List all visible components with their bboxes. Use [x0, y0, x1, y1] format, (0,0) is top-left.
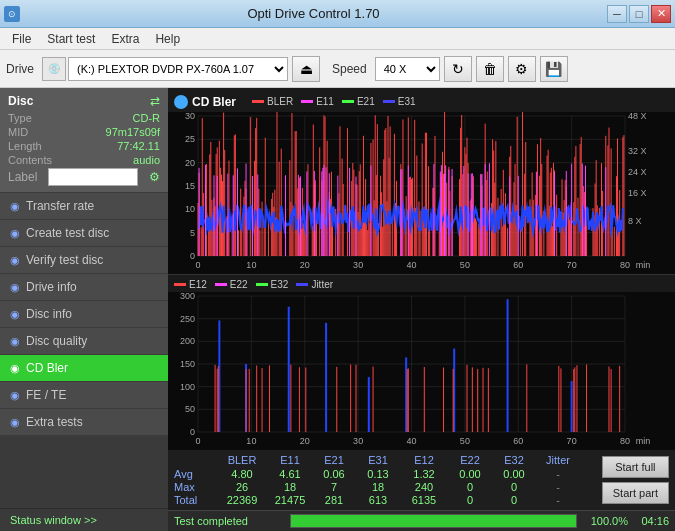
col-header-e31: E31 — [356, 454, 400, 466]
gear-icon[interactable]: ⚙ — [149, 170, 160, 184]
data-row-total: Total 22369 21475 281 613 6135 0 0 - — [174, 494, 596, 506]
row-max-e22: 0 — [448, 481, 492, 493]
legend-e11: E11 — [301, 96, 334, 107]
row-max-jitter: - — [536, 481, 580, 493]
menu-file[interactable]: File — [4, 30, 39, 48]
row-avg-e31: 0.13 — [356, 468, 400, 480]
legend-jitter: Jitter — [296, 279, 333, 290]
close-button[interactable]: ✕ — [651, 5, 671, 23]
data-section: BLER E11 E21 E31 E12 E22 E32 Jitter Avg … — [168, 450, 675, 510]
sidebar-item-drive-info[interactable]: ◉ Drive info — [0, 274, 168, 301]
main-layout: Disc ⇄ Type CD-R MID 97m17s09f Length 77… — [0, 88, 675, 531]
sidebar-item-disc-quality[interactable]: ◉ Disc quality — [0, 328, 168, 355]
status-window-button[interactable]: Status window >> — [0, 508, 168, 531]
row-total-e11: 21475 — [268, 494, 312, 506]
col-header-e11: E11 — [268, 454, 312, 466]
erase-button[interactable]: 🗑 — [476, 56, 504, 82]
disc-arrow-button[interactable]: ⇄ — [150, 94, 160, 108]
legend-e31: E31 — [383, 96, 416, 107]
disc-type-value: CD-R — [133, 112, 161, 124]
sidebar-item-label: Create test disc — [26, 226, 109, 240]
titlebar-buttons: ─ □ ✕ — [607, 5, 671, 23]
disc-type-row: Type CD-R — [8, 112, 160, 124]
content-area: CD Bler BLER E11 E21 — [168, 88, 675, 531]
disc-length-row: Length 77:42.11 — [8, 140, 160, 152]
row-total-jitter: - — [536, 494, 580, 506]
progress-bar — [291, 515, 576, 527]
row-total-e31: 613 — [356, 494, 400, 506]
status-text: Test completed — [174, 515, 284, 527]
legend-e21: E21 — [342, 96, 375, 107]
data-table-wrapper: BLER E11 E21 E31 E12 E22 E32 Jitter Avg … — [174, 454, 669, 506]
disc-type-label: Type — [8, 112, 32, 124]
start-part-button[interactable]: Start part — [602, 482, 669, 504]
row-total-e12: 6135 — [400, 494, 448, 506]
row-total-e22: 0 — [448, 494, 492, 506]
sidebar-item-label: Verify test disc — [26, 253, 103, 267]
disc-contents-label: Contents — [8, 154, 52, 166]
sidebar-item-cd-bler[interactable]: ◉ CD Bler — [0, 355, 168, 382]
menu-extra[interactable]: Extra — [103, 30, 147, 48]
disc-label-row: Label ⚙ — [8, 168, 160, 186]
col-header-bler: BLER — [216, 454, 268, 466]
disc-label-label: Label — [8, 170, 37, 184]
disc-header: Disc ⇄ — [8, 94, 160, 108]
restore-button[interactable]: □ — [629, 5, 649, 23]
progress-bar-container — [290, 514, 577, 528]
row-avg-jitter: - — [536, 468, 580, 480]
row-total-label: Total — [174, 494, 216, 506]
chart2-legend-bar: E12 E22 E32 Jitter — [168, 279, 675, 292]
sidebar-item-label: Disc info — [26, 307, 72, 321]
row-total-e21: 281 — [312, 494, 356, 506]
create-test-disc-icon: ◉ — [10, 227, 20, 240]
transfer-rate-icon: ◉ — [10, 200, 20, 213]
chart1-legend: BLER E11 E21 E31 — [246, 96, 422, 109]
start-full-button[interactable]: Start full — [602, 456, 669, 478]
disc-label-input[interactable] — [48, 168, 138, 186]
col-header-e12: E12 — [400, 454, 448, 466]
col-header-jitter: Jitter — [536, 454, 580, 466]
progress-percent: 100.0% — [583, 515, 628, 527]
save-button[interactable]: 💾 — [540, 56, 568, 82]
time-display: 04:16 — [634, 515, 669, 527]
disc-panel: Disc ⇄ Type CD-R MID 97m17s09f Length 77… — [0, 88, 168, 193]
drive-selector: 💿 (K:) PLEXTOR DVDR PX-760A 1.07 — [42, 57, 288, 81]
eject-button[interactable]: ⏏ — [292, 56, 320, 82]
row-total-e32: 0 — [492, 494, 536, 506]
row-total-bler: 22369 — [216, 494, 268, 506]
sidebar-item-transfer-rate[interactable]: ◉ Transfer rate — [0, 193, 168, 220]
legend-e12: E12 — [174, 279, 207, 290]
refresh-button[interactable]: ↻ — [444, 56, 472, 82]
disc-contents-row: Contents audio — [8, 154, 160, 166]
settings-button[interactable]: ⚙ — [508, 56, 536, 82]
chart1-title-bar: CD Bler BLER E11 E21 — [168, 92, 675, 112]
toolbar: Drive 💿 (K:) PLEXTOR DVDR PX-760A 1.07 ⏏… — [0, 50, 675, 88]
data-row-avg: Avg 4.80 4.61 0.06 0.13 1.32 0.00 0.00 - — [174, 468, 596, 480]
data-table: BLER E11 E21 E31 E12 E22 E32 Jitter Avg … — [174, 454, 596, 506]
menu-start-test[interactable]: Start test — [39, 30, 103, 48]
sidebar-item-extra-tests[interactable]: ◉ Extra tests — [0, 409, 168, 436]
sidebar-item-disc-info[interactable]: ◉ Disc info — [0, 301, 168, 328]
sidebar-item-verify-test-disc[interactable]: ◉ Verify test disc — [0, 247, 168, 274]
row-avg-e21: 0.06 — [312, 468, 356, 480]
speed-label: Speed — [332, 62, 367, 76]
row-avg-bler: 4.80 — [216, 468, 268, 480]
titlebar-left: ⊙ — [4, 6, 20, 22]
col-header-e22: E22 — [448, 454, 492, 466]
sidebar-item-label: FE / TE — [26, 388, 66, 402]
speed-select[interactable]: 40 X — [375, 57, 440, 81]
sidebar-item-fe-te[interactable]: ◉ FE / TE — [0, 382, 168, 409]
minimize-button[interactable]: ─ — [607, 5, 627, 23]
sidebar-item-create-test-disc[interactable]: ◉ Create test disc — [0, 220, 168, 247]
disc-info-icon: ◉ — [10, 308, 20, 321]
verify-test-disc-icon: ◉ — [10, 254, 20, 267]
row-max-bler: 26 — [216, 481, 268, 493]
col-header-e21: E21 — [312, 454, 356, 466]
drive-select[interactable]: (K:) PLEXTOR DVDR PX-760A 1.07 — [68, 57, 288, 81]
chart1-name: CD Bler — [192, 95, 236, 109]
col-header-e32: E32 — [492, 454, 536, 466]
cd-bler-icon: ◉ — [10, 362, 20, 375]
menu-help[interactable]: Help — [147, 30, 188, 48]
sidebar-item-label: Disc quality — [26, 334, 87, 348]
col-header-empty — [174, 454, 216, 466]
